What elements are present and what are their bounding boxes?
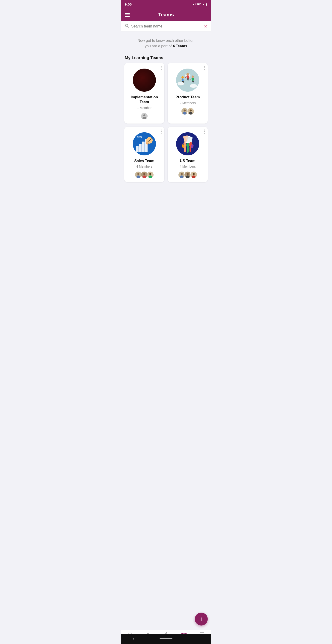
team-members-product: 2 Members — [179, 101, 196, 105]
svg-line-16 — [183, 81, 184, 83]
svg-point-13 — [192, 76, 194, 78]
team-members-implementation: 1 Member — [137, 106, 152, 110]
member-avatar — [147, 171, 154, 178]
product-team-illustration — [176, 68, 199, 92]
team-avatar-sales: CES — [133, 132, 156, 156]
svg-point-6 — [177, 82, 184, 86]
person-icon — [190, 172, 197, 178]
svg-rect-12 — [187, 76, 189, 78]
team-name-product: Product Team — [175, 95, 200, 100]
team-members-sales: 4 Members — [136, 165, 153, 168]
team-card-implementation[interactable]: Implementation Team 1 Member — [124, 63, 165, 124]
member-avatars-product — [181, 108, 194, 115]
svg-point-40 — [143, 173, 146, 175]
sales-team-illustration: CES — [133, 132, 156, 156]
lte-indicator: LTER — [195, 2, 201, 6]
svg-rect-10 — [182, 78, 183, 81]
person-icon — [187, 108, 194, 114]
team-card-product[interactable]: Product Team 2 Members — [167, 63, 208, 124]
svg-point-22 — [184, 110, 186, 112]
info-text: Now get to know each other better, you a… — [126, 38, 206, 49]
svg-point-5 — [176, 68, 199, 92]
battery-icon: ▮ — [206, 2, 207, 6]
svg-point-3 — [143, 114, 146, 116]
member-avatars-sales — [135, 171, 154, 178]
menu-line-1 — [125, 13, 130, 14]
team-avatar-us — [176, 132, 199, 156]
svg-point-7 — [190, 84, 197, 88]
svg-text:CES: CES — [137, 136, 142, 138]
menu-button[interactable] — [125, 13, 130, 17]
section-title: My Learning Teams — [121, 51, 211, 63]
status-bar: 9:00 ▾ LTER ▲ ▮ — [121, 0, 211, 8]
person-icon — [147, 172, 154, 178]
svg-rect-14 — [192, 78, 194, 80]
svg-line-20 — [193, 80, 194, 82]
member-avatars-implementation — [141, 112, 148, 120]
menu-line-2 — [125, 14, 130, 15]
svg-point-37 — [137, 173, 140, 175]
svg-point-64 — [187, 173, 189, 175]
wifi-icon: ▾ — [193, 2, 194, 6]
member-avatar — [141, 112, 148, 120]
teams-count: 4 Teams — [173, 44, 187, 48]
card-menu-button[interactable] — [161, 130, 162, 134]
header: Teams — [121, 8, 211, 21]
team-name-sales: Sales Team — [134, 159, 155, 164]
search-bar: ✕ — [121, 21, 211, 32]
team-name-us: US Team — [180, 159, 195, 164]
team-avatar-product — [176, 68, 199, 92]
card-menu-button[interactable] — [161, 66, 162, 70]
team-card-us[interactable]: US Team 4 Members — [167, 127, 208, 182]
member-avatar — [190, 171, 197, 178]
svg-point-9 — [181, 76, 184, 78]
menu-line-3 — [125, 16, 130, 17]
svg-rect-29 — [139, 144, 142, 152]
search-clear-button[interactable]: ✕ — [204, 24, 207, 29]
team-avatar-implementation — [133, 68, 156, 92]
member-avatars-us — [178, 171, 197, 178]
teams-grid: Implementation Team 1 Member — [121, 63, 211, 186]
svg-line-1 — [128, 26, 128, 27]
card-menu-button[interactable] — [204, 66, 205, 70]
status-time: 9:00 — [125, 2, 132, 6]
svg-point-67 — [193, 173, 195, 175]
svg-rect-28 — [136, 146, 139, 152]
svg-point-25 — [190, 110, 192, 112]
svg-point-43 — [149, 173, 152, 175]
team-name-implementation: Implementation Team — [127, 95, 162, 104]
person-icon — [141, 113, 148, 120]
us-team-illustration — [176, 132, 199, 156]
main-content: ✕ Now get to know each other better, you… — [121, 21, 211, 213]
card-menu-button[interactable] — [204, 130, 205, 134]
svg-rect-58 — [187, 147, 189, 153]
status-icons: ▾ LTER ▲ ▮ — [193, 2, 207, 6]
info-section: Now get to know each other better, you a… — [121, 32, 211, 51]
signal-icon: ▲ — [202, 2, 205, 6]
svg-rect-59 — [189, 146, 191, 152]
page-title: Teams — [158, 12, 174, 18]
svg-rect-57 — [184, 146, 186, 152]
search-icon — [125, 24, 129, 29]
svg-point-53 — [186, 143, 189, 147]
member-avatar — [187, 108, 194, 115]
search-input[interactable] — [131, 24, 201, 28]
team-members-us: 4 Members — [179, 165, 196, 168]
team-card-sales[interactable]: CES Sales Team 4 Members — [124, 127, 165, 182]
svg-point-61 — [181, 173, 183, 175]
svg-rect-30 — [142, 142, 145, 152]
svg-point-11 — [186, 73, 189, 76]
